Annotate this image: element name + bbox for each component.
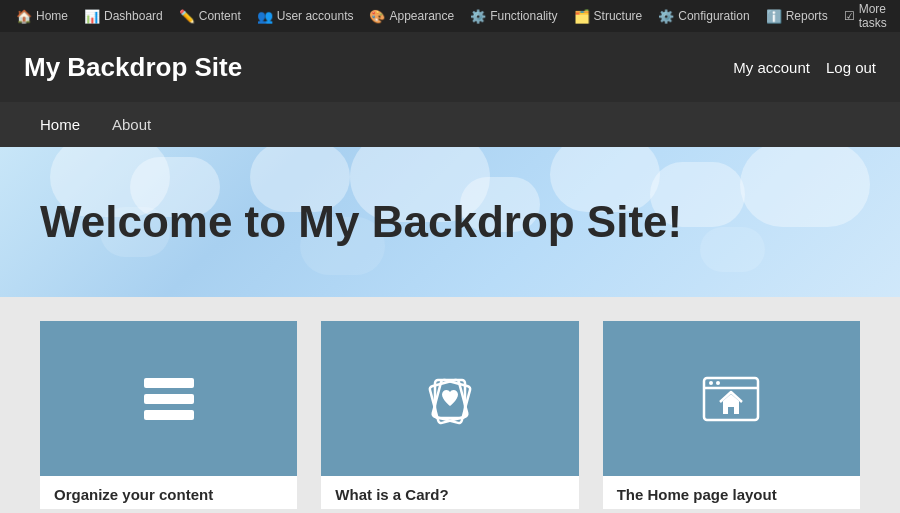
logout-link[interactable]: Log out — [826, 59, 876, 76]
home-icon: 🏠 — [16, 9, 32, 24]
main-nav: Home About — [0, 102, 900, 147]
card-organize-image — [40, 321, 297, 476]
hero-section: Welcome to My Backdrop Site! — [0, 147, 900, 297]
svg-rect-2 — [144, 410, 194, 420]
toolbar-appearance-label: Appearance — [389, 9, 454, 23]
card-what-is-card-title: What is a Card? — [321, 476, 578, 509]
toolbar-functionality[interactable]: ⚙️ Functionality — [462, 0, 565, 32]
toolbar-content[interactable]: ✏️ Content — [171, 0, 249, 32]
toolbar-user-accounts-label: User accounts — [277, 9, 354, 23]
nav-about[interactable]: About — [96, 102, 167, 147]
toolbar-home[interactable]: 🏠 Home — [8, 0, 76, 32]
toolbar-configuration-label: Configuration — [678, 9, 749, 23]
admin-toolbar: 🏠 Home 📊 Dashboard ✏️ Content 👥 User acc… — [0, 0, 900, 32]
svg-point-8 — [709, 381, 713, 385]
card-layout-title: The Home page layout — [603, 476, 860, 509]
card-organize-title: Organize your content — [40, 476, 297, 509]
toolbar-dashboard-label: Dashboard — [104, 9, 163, 23]
database-icon — [134, 364, 204, 434]
layout-icon — [696, 364, 766, 434]
site-header-nav: My account Log out — [733, 59, 876, 76]
users-icon: 👥 — [257, 9, 273, 24]
svg-rect-1 — [144, 394, 194, 404]
more-tasks-button[interactable]: ☑ More tasks — [836, 2, 895, 30]
toolbar-dashboard[interactable]: 📊 Dashboard — [76, 0, 171, 32]
toolbar-home-label: Home — [36, 9, 68, 23]
more-tasks-label: More tasks — [859, 2, 887, 30]
toolbar-functionality-label: Functionality — [490, 9, 557, 23]
toolbar-content-label: Content — [199, 9, 241, 23]
toolbar-structure[interactable]: 🗂️ Structure — [566, 0, 651, 32]
card-layout-image — [603, 321, 860, 476]
site-header: My Backdrop Site My account Log out — [0, 32, 900, 102]
toolbar-reports-label: Reports — [786, 9, 828, 23]
card-organize: Organize your content — [40, 321, 297, 509]
card-what-is-card: What is a Card? — [321, 321, 578, 509]
cards-section: Organize your content — [0, 297, 900, 513]
functionality-icon: ⚙️ — [470, 9, 486, 24]
svg-point-9 — [716, 381, 720, 385]
nav-home[interactable]: Home — [24, 102, 96, 147]
checkbox-icon: ☑ — [844, 9, 855, 23]
reports-icon: ℹ️ — [766, 9, 782, 24]
site-title: My Backdrop Site — [24, 52, 242, 83]
toolbar-appearance[interactable]: 🎨 Appearance — [361, 0, 462, 32]
content-icon: ✏️ — [179, 9, 195, 24]
toolbar-user-accounts[interactable]: 👥 User accounts — [249, 0, 362, 32]
cards-icon — [415, 364, 485, 434]
dashboard-icon: 📊 — [84, 9, 100, 24]
card-layout: The Home page layout — [603, 321, 860, 509]
svg-rect-0 — [144, 378, 194, 388]
appearance-icon: 🎨 — [369, 9, 385, 24]
toolbar-structure-label: Structure — [594, 9, 643, 23]
toolbar-configuration[interactable]: ⚙️ Configuration — [650, 0, 757, 32]
configuration-icon: ⚙️ — [658, 9, 674, 24]
my-account-link[interactable]: My account — [733, 59, 810, 76]
hero-title: Welcome to My Backdrop Site! — [40, 197, 682, 247]
structure-icon: 🗂️ — [574, 9, 590, 24]
toolbar-reports[interactable]: ℹ️ Reports — [758, 0, 836, 32]
card-cards-image — [321, 321, 578, 476]
cards-grid: Organize your content — [40, 321, 860, 509]
